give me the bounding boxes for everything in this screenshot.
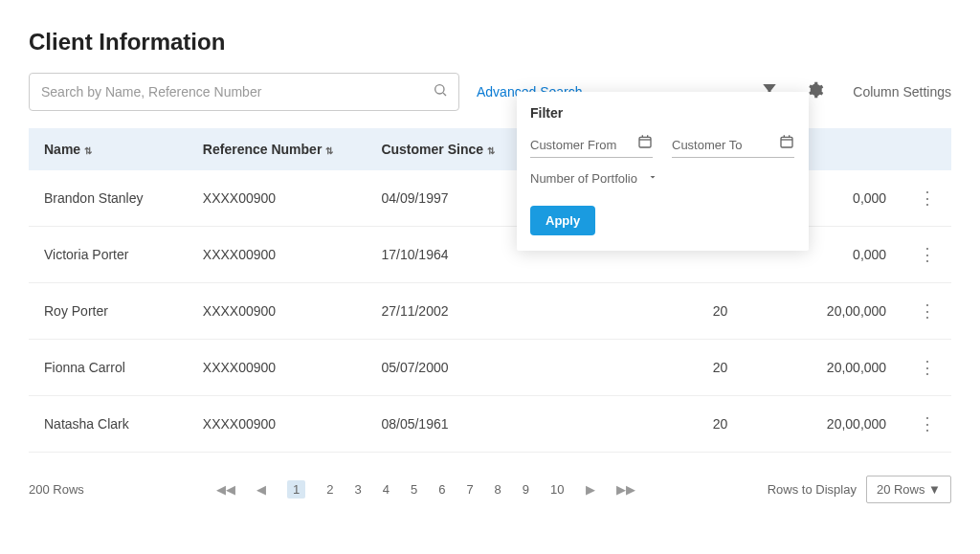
col-header-name-label: Name — [44, 142, 80, 157]
pager: ◀◀◀12345678910▶▶▶ — [216, 480, 635, 499]
page-title: Client Information — [29, 29, 951, 55]
cell-reference: XXXX00900 — [188, 340, 367, 396]
col-header-since[interactable]: Customer Since⇅ — [366, 128, 534, 170]
cell-name: Roy Porter — [29, 283, 188, 340]
pager-page[interactable]: 1 — [287, 480, 305, 499]
cell-name: Brandon Stanley — [29, 170, 188, 227]
svg-rect-2 — [639, 137, 651, 147]
svg-rect-6 — [781, 137, 792, 147]
cell-since: 17/10/1964 — [366, 227, 534, 283]
client-table: Name⇅ Reference Number⇅ Customer Since⇅ … — [29, 128, 951, 453]
row-menu-icon[interactable]: ⋮ — [919, 301, 936, 321]
customer-from-field[interactable] — [530, 136, 653, 158]
pager-page[interactable]: 10 — [550, 482, 564, 497]
col-header-reference-label: Reference Number — [203, 142, 323, 157]
cell-reference: XXXX00900 — [188, 227, 367, 283]
table-row: Fionna CarrolXXXX0090005/07/20002020,00,… — [29, 340, 951, 396]
pager-last[interactable]: ▶▶ — [616, 482, 635, 497]
calendar-icon[interactable] — [637, 134, 653, 153]
sort-icon: ⇅ — [84, 145, 92, 156]
col-header-reference[interactable]: Reference Number⇅ — [188, 128, 367, 170]
portfolio-select[interactable]: Number of Portfolio — [530, 171, 795, 187]
cell-reference: XXXX00900 — [188, 396, 367, 453]
cell-name: Natasha Clark — [29, 396, 188, 453]
cell-reference: XXXX00900 — [188, 170, 367, 227]
toolbar: Advanced Search Column Settings — [29, 73, 951, 111]
col-header-since-label: Customer Since — [381, 142, 483, 157]
filter-title: Filter — [530, 105, 795, 121]
search-icon[interactable] — [433, 82, 448, 101]
cell-since: 05/07/2000 — [366, 340, 534, 396]
rows-select-value: 20 Rows — [877, 482, 925, 497]
col-header-name[interactable]: Name⇅ — [29, 128, 188, 170]
apply-button[interactable]: Apply — [530, 206, 595, 235]
cell-name: Victoria Porter — [29, 227, 188, 283]
pager-next[interactable]: ▶ — [586, 482, 595, 497]
pager-page[interactable]: 5 — [411, 482, 417, 497]
pager-page[interactable]: 2 — [326, 482, 333, 497]
column-settings-label[interactable]: Column Settings — [853, 84, 951, 100]
cell-portfolio: 20 — [535, 396, 744, 453]
pager-first[interactable]: ◀◀ — [216, 482, 235, 497]
cell-reference: XXXX00900 — [188, 283, 367, 340]
cell-portfolio: 20 — [535, 340, 744, 396]
pager-page[interactable]: 4 — [383, 482, 390, 497]
svg-point-0 — [435, 85, 444, 94]
cell-since: 08/05/1961 — [366, 396, 534, 453]
filter-popup: Filter Number of Portfolio Apply — [517, 92, 809, 251]
customer-to-input[interactable] — [672, 138, 768, 152]
pager-prev[interactable]: ◀ — [256, 482, 266, 497]
cell-portfolio: 20 — [535, 283, 744, 340]
table-row: Roy PorterXXXX0090027/11/20022020,00,000… — [29, 283, 951, 340]
table-row: Brandon StanleyXXXX0090004/09/19970,000⋮ — [29, 170, 951, 227]
table-row: Victoria PorterXXXX0090017/10/19640,000⋮ — [29, 227, 951, 283]
row-menu-icon[interactable]: ⋮ — [919, 188, 936, 208]
cell-since: 04/09/1997 — [366, 170, 534, 227]
search-input[interactable] — [29, 73, 459, 111]
table-row: Natasha ClarkXXXX0090008/05/19612020,00,… — [29, 396, 951, 453]
total-rows-label: 200 Rows — [29, 482, 84, 497]
pager-page[interactable]: 9 — [523, 482, 529, 497]
customer-from-input[interactable] — [530, 138, 626, 152]
row-menu-icon[interactable]: ⋮ — [919, 245, 936, 264]
row-menu-icon[interactable]: ⋮ — [919, 414, 936, 433]
cell-value: 20,00,000 — [743, 340, 902, 396]
sort-icon: ⇅ — [325, 145, 333, 156]
cell-value: 20,00,000 — [743, 283, 902, 340]
customer-to-field[interactable] — [672, 136, 794, 158]
cell-since: 27/11/2002 — [366, 283, 534, 340]
chevron-down-icon: ▼ — [928, 482, 941, 497]
pager-page[interactable]: 6 — [438, 482, 445, 497]
svg-line-1 — [443, 93, 446, 96]
sort-icon: ⇅ — [487, 145, 495, 156]
pager-page[interactable]: 7 — [466, 482, 473, 497]
rows-select[interactable]: 20 Rows ▼ — [866, 476, 951, 503]
rows-to-display-label: Rows to Display — [768, 482, 857, 497]
row-menu-icon[interactable]: ⋮ — [919, 358, 936, 377]
portfolio-select-label: Number of Portfolio — [530, 171, 637, 186]
search-wrap — [29, 73, 459, 111]
cell-value: 20,00,000 — [743, 396, 902, 453]
calendar-icon[interactable] — [779, 134, 794, 153]
chevron-down-icon — [647, 171, 658, 186]
cell-name: Fionna Carrol — [29, 340, 188, 396]
pager-page[interactable]: 8 — [495, 482, 501, 497]
pager-page[interactable]: 3 — [354, 482, 361, 497]
pager-bar: 200 Rows ◀◀◀12345678910▶▶▶ Rows to Displ… — [29, 476, 951, 503]
